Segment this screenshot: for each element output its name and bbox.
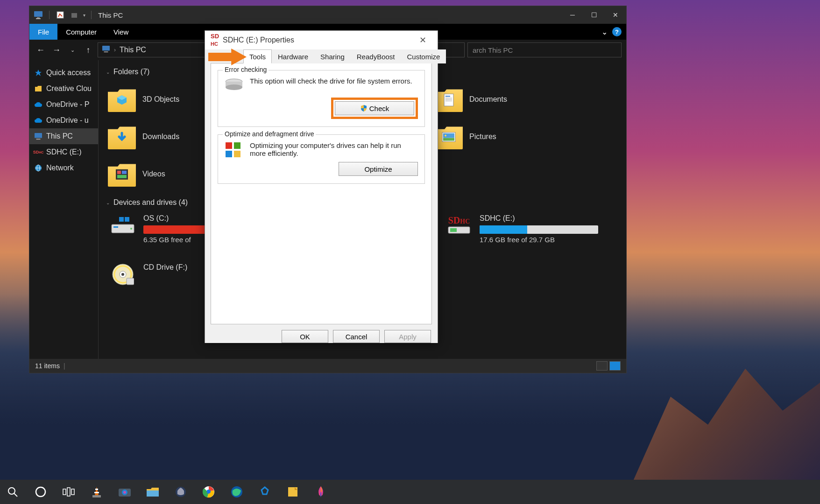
- svg-rect-44: [234, 151, 240, 157]
- sidebar-item-network[interactable]: Network: [29, 160, 98, 176]
- tab-hardware[interactable]: Hardware: [272, 49, 314, 63]
- drive-free-space: 17.6 GB free of 29.7 GB: [480, 236, 598, 244]
- dialog-titlebar[interactable]: SDHC SDHC (E:) Properties ✕: [205, 31, 438, 49]
- up-button[interactable]: ↑: [82, 43, 95, 56]
- tiles-view-button[interactable]: [609, 361, 621, 371]
- dialog-title: SDHC (E:) Properties: [223, 36, 294, 44]
- sidebar-item-quick-access[interactable]: Quick access: [29, 65, 98, 81]
- properties-dialog: SDHC SDHC (E:) Properties ✕ General Tool…: [205, 30, 438, 343]
- tab-readyboost[interactable]: ReadyBoost: [351, 49, 401, 63]
- taskbar[interactable]: [0, 480, 820, 504]
- qat-customize-icon[interactable]: ▾: [83, 13, 85, 18]
- svg-rect-22: [117, 171, 121, 174]
- svg-rect-6: [104, 51, 108, 52]
- drive-sdhc-e-[interactable]: SDHCSDHC (E:)17.6 GB free of 29.7 GB: [442, 211, 601, 246]
- svg-rect-43: [226, 151, 232, 157]
- breadcrumb-this-pc[interactable]: This PC: [120, 46, 146, 54]
- ribbon-computer-tab[interactable]: Computer: [57, 24, 105, 40]
- folder-icon: [108, 161, 136, 187]
- ribbon-file-tab[interactable]: File: [29, 24, 57, 40]
- paint-icon[interactable]: [314, 485, 328, 499]
- file-explorer-icon[interactable]: [146, 485, 160, 499]
- cortana-icon[interactable]: [34, 485, 48, 499]
- minimize-button[interactable]: ─: [562, 6, 583, 24]
- close-button[interactable]: ✕: [605, 6, 626, 24]
- svg-rect-24: [117, 175, 127, 178]
- sidebar-item-creative-clou[interactable]: Creative Clou: [29, 81, 98, 97]
- tab-sharing[interactable]: Sharing: [314, 49, 351, 63]
- drive-icon: [225, 77, 243, 93]
- ribbon-view-tab[interactable]: View: [105, 24, 137, 40]
- error-checking-group: Error checking This option will check th…: [218, 70, 425, 127]
- svg-point-40: [226, 84, 242, 90]
- optimize-group: Optimize and defragment drive Optimizing…: [218, 134, 425, 184]
- apply-button[interactable]: Apply: [384, 330, 431, 343]
- recent-locations-button[interactable]: ⌄: [66, 43, 79, 56]
- svg-point-56: [123, 491, 126, 494]
- sidebar-item-label: This PC: [46, 132, 73, 140]
- optimize-description: Optimizing your computer's drives can he…: [250, 141, 418, 157]
- svg-rect-28: [125, 217, 129, 222]
- window-title: This PC: [98, 11, 123, 19]
- edge-icon[interactable]: [230, 485, 244, 499]
- chevron-right-icon[interactable]: ›: [114, 47, 116, 53]
- app-icon[interactable]: [174, 485, 188, 499]
- svg-rect-0: [34, 11, 42, 17]
- ribbon-expand-icon[interactable]: ⌄: [601, 28, 608, 36]
- ok-button[interactable]: OK: [282, 330, 328, 343]
- search-input[interactable]: arch This PC: [467, 42, 622, 57]
- maximize-button[interactable]: ☐: [583, 6, 605, 24]
- folder-icon: [34, 84, 42, 93]
- dialog-close-button[interactable]: ✕: [413, 31, 432, 49]
- folder-label: Pictures: [469, 133, 496, 141]
- svg-rect-52: [94, 492, 99, 493]
- tab-tools[interactable]: Tools: [243, 49, 272, 63]
- titlebar[interactable]: ▾ This PC ─ ☐ ✕: [29, 6, 626, 24]
- cancel-button[interactable]: Cancel: [333, 330, 380, 343]
- sidebar-item-onedrive-u[interactable]: OneDrive - u: [29, 112, 98, 128]
- folder-label: Downloads: [142, 133, 179, 141]
- vlc-icon[interactable]: [90, 485, 104, 499]
- camera-icon[interactable]: [118, 485, 132, 499]
- group-legend: Optimize and defragment drive: [223, 130, 316, 138]
- sidebar-item-label: OneDrive - P: [46, 100, 89, 109]
- dialog-button-row: OK Cancel Apply: [205, 330, 438, 343]
- app-icon-2[interactable]: [258, 485, 272, 499]
- check-button[interactable]: Check: [335, 101, 414, 115]
- back-button[interactable]: ←: [34, 43, 47, 56]
- svg-rect-27: [119, 217, 124, 222]
- folder-pictures[interactable]: Pictures: [433, 118, 564, 155]
- forward-button[interactable]: →: [50, 43, 63, 56]
- sidebar-item-this-pc[interactable]: This PC: [29, 128, 98, 144]
- sidebar-item-label: SDHC (E:): [46, 148, 82, 156]
- folder-icon: [108, 87, 136, 112]
- sidebar-item-sdhc-e-[interactable]: SDHCSDHC (E:): [29, 144, 98, 160]
- globe-icon: [34, 164, 42, 172]
- chrome-icon[interactable]: [202, 485, 216, 499]
- svg-rect-4: [71, 13, 77, 18]
- svg-rect-1: [37, 17, 40, 18]
- details-view-button[interactable]: [596, 361, 608, 371]
- folder-label: 3D Objects: [142, 95, 179, 104]
- help-icon[interactable]: ?: [612, 27, 622, 36]
- pc-icon: [34, 132, 42, 140]
- sticky-notes-icon[interactable]: [286, 485, 300, 499]
- svg-rect-42: [234, 142, 240, 149]
- error-check-description: This option will check the drive for fil…: [250, 77, 418, 85]
- sidebar-item-label: OneDrive - u: [46, 116, 89, 125]
- qat-properties-icon[interactable]: [55, 10, 65, 20]
- chevron-down-icon: ⌄: [106, 70, 110, 75]
- defrag-icon: [225, 141, 243, 157]
- sdhc-icon: SDHC: [211, 33, 219, 48]
- sdhc-icon: SDHC: [34, 148, 42, 156]
- folder-documents[interactable]: Documents: [433, 81, 564, 118]
- task-view-icon[interactable]: [62, 485, 76, 499]
- search-icon[interactable]: [6, 485, 20, 499]
- svg-rect-8: [36, 139, 41, 140]
- svg-point-30: [130, 228, 132, 230]
- sidebar-item-onedrive-p[interactable]: OneDrive - P: [29, 97, 98, 112]
- tab-customize[interactable]: Customize: [401, 49, 446, 63]
- sidebar-item-label: Creative Clou: [46, 84, 92, 93]
- qat-new-folder-icon[interactable]: [69, 10, 79, 20]
- optimize-button[interactable]: Optimize: [339, 162, 418, 176]
